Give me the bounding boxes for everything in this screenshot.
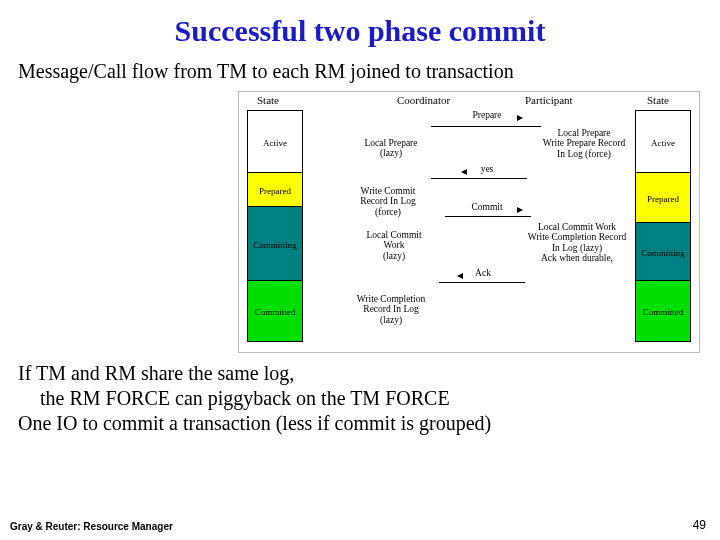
note-participant-commit: Local Commit WorkWrite Completion Record… xyxy=(517,222,637,264)
state-column-left: Active Prepared Committing Committed xyxy=(247,110,303,342)
msg-commit: Commit xyxy=(457,202,517,212)
body-line-3: One IO to commit a transaction (less if … xyxy=(18,411,702,436)
slide-subtitle: Message/Call flow from TM to each RM joi… xyxy=(18,60,702,83)
state-committing-left: Committing xyxy=(248,207,302,281)
state-prepared-right: Prepared xyxy=(636,173,690,223)
note-local-commit-lazy: Local CommitWork(lazy) xyxy=(351,230,437,261)
note-write-commit-force: Write CommitRecord In Log(force) xyxy=(343,186,433,217)
state-active-left: Active xyxy=(248,111,302,173)
note-write-completion: Write CompletionRecord In Log(lazy) xyxy=(343,294,439,325)
hdr-participant: Participant xyxy=(525,94,573,106)
state-committed-left: Committed xyxy=(248,281,302,341)
hdr-state-right: State xyxy=(647,94,669,106)
state-prepared-left: Prepared xyxy=(248,173,302,207)
footer-credit: Gray & Reuter: Resource Manager xyxy=(10,521,173,532)
msg-yes: yes xyxy=(467,164,507,174)
state-committing-right: Committing xyxy=(636,223,690,281)
state-column-right: Active Prepared Committing Committed xyxy=(635,110,691,342)
two-phase-commit-figure: State Coordinator Participant State Acti… xyxy=(238,91,700,353)
msg-ack: Ack xyxy=(463,268,503,278)
arrow-ack-line xyxy=(439,282,525,283)
state-active-right: Active xyxy=(636,111,690,173)
slide-title: Successful two phase commit xyxy=(18,14,702,48)
hdr-state-left: State xyxy=(257,94,279,106)
body-text: If TM and RM share the same log, the RM … xyxy=(18,361,702,436)
body-line-2: the RM FORCE can piggyback on the TM FOR… xyxy=(40,386,702,411)
body-line-1: If TM and RM share the same log, xyxy=(18,361,702,386)
hdr-coordinator: Coordinator xyxy=(397,94,450,106)
note-participant-prepare: Local PrepareWrite Prepare RecordIn Log … xyxy=(529,128,639,159)
state-committed-right: Committed xyxy=(636,281,690,341)
footer-page-number: 49 xyxy=(693,518,706,532)
arrow-prepare-line xyxy=(431,126,541,127)
note-local-prepare-lazy: Local Prepare(lazy) xyxy=(351,138,431,159)
msg-prepare: Prepare xyxy=(457,110,517,120)
arrow-commit-line xyxy=(445,216,531,217)
arrow-yes-line xyxy=(431,178,527,179)
